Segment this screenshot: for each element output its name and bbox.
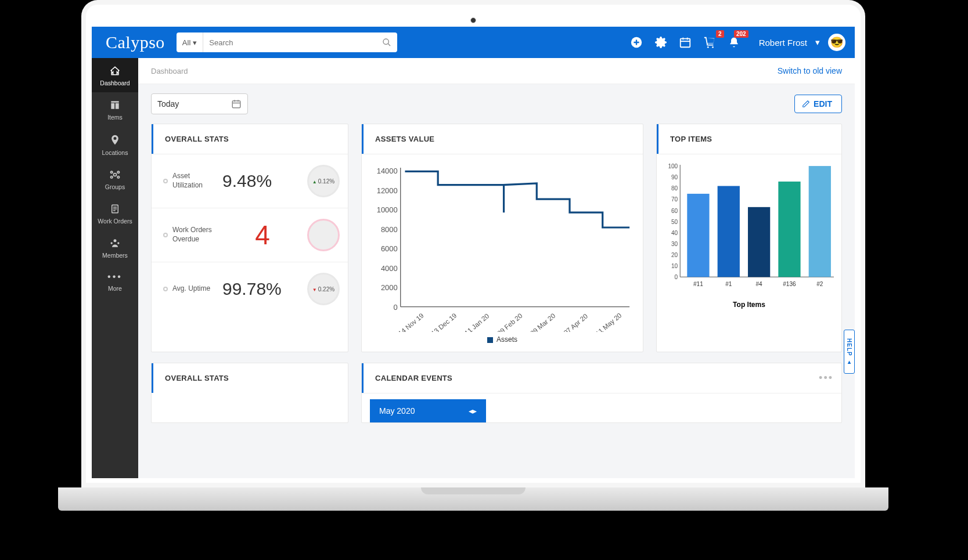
x-axis-ticks: 14 Nov 19 13 Dec 19 11 Jan 20 09 Feb 20 … [397, 312, 623, 332]
edit-button-label: EDIT [814, 99, 832, 109]
notifications-button[interactable]: 202 [728, 36, 740, 49]
more-icon: ••• [93, 272, 137, 282]
card-menu-button[interactable]: ••• [811, 366, 841, 390]
chart-xlabel: Top Items [661, 301, 837, 315]
sidebar-item-groups[interactable]: Groups [92, 162, 138, 196]
cart-button[interactable]: 2 [703, 36, 716, 49]
stat-value: 99.78% [222, 279, 303, 299]
top-items-chart: 1009080 706050 403020 100 [661, 160, 837, 301]
bar [718, 186, 740, 277]
svg-text:#2: #2 [816, 281, 823, 287]
date-range-picker[interactable]: Today [151, 93, 248, 114]
svg-text:#11: #11 [693, 281, 703, 287]
svg-text:#4: #4 [756, 281, 763, 287]
overall-stats-card: OVERALL STATS Asset Utilization 9.48% 0.… [151, 124, 348, 352]
user-name: Robert Frost [759, 38, 807, 48]
svg-text:0: 0 [393, 303, 397, 312]
svg-text:50: 50 [671, 219, 678, 225]
x-axis-ticks: #11#1#4 #136#2 [693, 281, 823, 287]
search-input[interactable] [203, 32, 376, 52]
pencil-icon [802, 100, 810, 108]
y-axis-ticks: 1009080 706050 403020 100 [668, 163, 678, 280]
svg-text:07 Apr 20: 07 Apr 20 [562, 313, 589, 333]
svg-text:#1: #1 [725, 281, 732, 287]
edit-button[interactable]: EDIT [794, 95, 842, 113]
status-dot-icon [163, 179, 168, 183]
svg-rect-21 [233, 101, 241, 108]
svg-text:30: 30 [671, 241, 678, 247]
card-title: OVERALL STATS [152, 363, 348, 393]
add-button[interactable] [630, 36, 643, 49]
calendar-icon [231, 99, 242, 109]
user-menu[interactable]: Robert Frost ▾ 😎 [759, 34, 845, 51]
top-header: Calypso All ▾ [92, 27, 855, 58]
brand-logo: Calypso [106, 32, 165, 52]
svg-line-1 [388, 44, 390, 46]
card-title: TOP ITEMS [657, 124, 841, 154]
date-range-label: Today [157, 99, 179, 109]
switch-view-link[interactable]: Switch to old view [778, 66, 842, 75]
stat-gauge [307, 219, 340, 251]
search-filter-dropdown[interactable]: All ▾ [177, 32, 203, 52]
sidebar-item-label: Locations [102, 149, 128, 156]
svg-text:11 May 20: 11 May 20 [594, 312, 622, 332]
sidebar-item-work-orders[interactable]: Work Orders [92, 196, 138, 230]
laptop-camera [470, 17, 476, 23]
svg-point-13 [117, 176, 119, 178]
assets-value-chart: 140001200010000 800060004000 20000 [368, 160, 637, 332]
assets-series-path [405, 171, 629, 227]
svg-text:10: 10 [671, 263, 678, 269]
svg-point-19 [111, 242, 113, 244]
stat-label: Avg. Uptime [172, 284, 218, 294]
svg-text:6000: 6000 [381, 244, 398, 253]
svg-text:14000: 14000 [377, 167, 398, 175]
calendar-button[interactable] [679, 36, 692, 49]
svg-point-8 [712, 46, 714, 48]
bar [687, 194, 709, 277]
assets-value-card: ASSETS VALUE 140001200010000 80006000400… [361, 124, 643, 352]
sidebar-item-label: Work Orders [98, 218, 132, 225]
svg-text:11 Jan 20: 11 Jan 20 [463, 312, 491, 332]
calendar-events-card: CALENDAR EVENTS ••• May 2020 ◂▸ [361, 363, 842, 423]
cart-badge: 2 [716, 30, 724, 38]
stat-row: Avg. Uptime 99.78% 0.22% [152, 262, 348, 316]
help-tab-button[interactable]: HELP [844, 330, 855, 374]
svg-text:60: 60 [671, 208, 678, 214]
search-icon[interactable] [376, 32, 397, 52]
sidebar-item-more[interactable]: ••• More [92, 265, 138, 298]
sidebar-item-locations[interactable]: Locations [92, 127, 138, 162]
sidebar-item-dashboard[interactable]: Dashboard [92, 58, 138, 92]
sidebar-item-label: Groups [105, 183, 125, 190]
svg-text:4000: 4000 [381, 264, 398, 273]
main-panel: Dashboard Switch to old view Today E [138, 58, 855, 478]
svg-text:70: 70 [671, 196, 678, 203]
settings-button[interactable] [654, 36, 667, 49]
chart-legend: Assets [368, 332, 637, 352]
stat-row: Asset Utilization 9.48% 0.12% [152, 154, 348, 208]
top-items-card: TOP ITEMS 1009080 706050 403020 100 [656, 124, 842, 352]
bar [809, 166, 831, 277]
calendar-month-label: May 2020 [379, 406, 415, 416]
caret-down-icon: ▾ [815, 37, 820, 48]
stat-value: 9.48% [222, 171, 303, 191]
svg-text:90: 90 [671, 174, 678, 180]
calendar-header: May 2020 ◂▸ [370, 399, 486, 422]
stat-gauge: 0.12% [307, 165, 340, 197]
avatar: 😎 [828, 34, 845, 51]
svg-text:40: 40 [671, 230, 678, 236]
sidebar-item-items[interactable]: Items [92, 92, 138, 127]
calendar-nav-icons[interactable]: ◂▸ [469, 406, 477, 416]
sidebar-item-members[interactable]: Members [92, 230, 138, 265]
stat-row: Work Orders Overdue 4 [152, 208, 348, 262]
svg-text:12000: 12000 [377, 186, 398, 195]
sidebar-item-label: Dashboard [100, 80, 129, 86]
svg-text:09 Feb 20: 09 Feb 20 [496, 312, 524, 333]
svg-text:20: 20 [671, 252, 678, 258]
sidebar-item-label: Members [102, 252, 128, 259]
svg-text:80: 80 [671, 185, 678, 192]
sidebar-item-label: More [108, 285, 122, 292]
svg-point-9 [114, 174, 117, 176]
svg-text:0: 0 [675, 274, 678, 280]
svg-text:14 Nov 19: 14 Nov 19 [397, 312, 425, 333]
search-filter-label: All [182, 38, 190, 47]
